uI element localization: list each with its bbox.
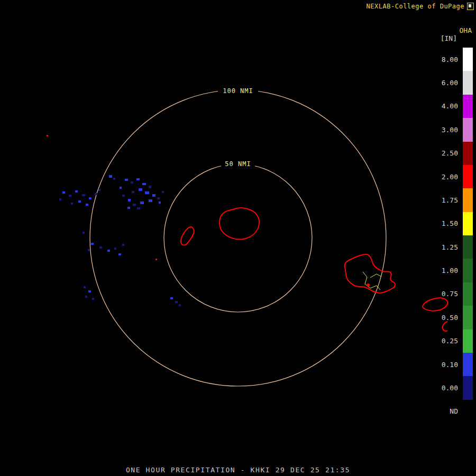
legend-color-cell [463,259,473,282]
legend-tick-label: 0.50 [433,306,458,329]
legend-color-cell [463,353,473,376]
range-ring-label-50nmi: 50 NMI [225,160,251,168]
precip-pixel [162,191,164,193]
legend-tick-label: 4.00 [433,95,458,118]
legend-tick-label: 1.75 [433,188,458,212]
legend-tick-label: 3.00 [433,118,458,141]
radar-screen: 100 NMI 50 NMI NEXLAB-College of DuPage … [0,0,476,476]
legend-color-cell [463,282,473,306]
precip-pixel [145,191,149,194]
legend-color-cell [463,95,473,118]
precip-pixel [128,199,131,202]
precip-pixel [175,301,178,303]
range-ring-label-100nmi: 100 NMI [223,87,253,95]
legend-color-cell [463,235,473,259]
precip-pixel [157,197,160,199]
precip-pixel [114,248,116,250]
product-code: OHA [460,26,472,34]
precip-pixel [88,249,90,251]
precip-pixel [122,244,124,246]
legend-tick-label: 1.50 [433,212,458,235]
legend-tick-label: 8.00 [433,48,458,71]
legend-color-cell [463,400,473,423]
precip-pixel [140,202,144,204]
product-caption: ONE HOUR PRECIPITATION - KHKI 29 DEC 25 … [0,466,476,474]
precip-pixel [118,253,121,255]
precip-pixel [179,304,181,306]
legend-tick-label: 0.10 [433,353,458,376]
legend-colorbar [463,48,473,423]
precip-pixel [75,190,78,193]
precip-pixel [133,204,136,206]
legend-color-cell [463,142,473,165]
precip-pixel [120,187,122,189]
precip-pixel [86,204,88,206]
precip-pixel [127,207,130,209]
cod-logo-icon [467,3,474,10]
legend-tick-label: 6.00 [433,71,458,94]
precip-pixel [131,181,133,184]
precip-pixel [170,297,173,299]
legend-color-cell [463,376,473,399]
legend-color-cell [463,118,473,141]
precip-pixel [136,178,140,180]
precip-pixel [83,232,85,234]
legend-color-cell [463,188,473,212]
precip-pixel [99,246,102,249]
precip-pixel [107,250,110,252]
radar-map: 100 NMI 50 NMI [0,0,476,476]
precip-pixel [69,195,71,197]
filled-coastline-spot [367,283,370,287]
island-oahu [345,254,395,293]
legend-color-cell [463,329,473,353]
legend-color-cell [463,165,473,188]
precip-pixel [78,200,81,203]
legend-tick-label: ND [433,400,458,423]
legend-tick-label: 0.00 [433,376,458,399]
legend-color-cell [463,48,473,71]
precip-pixel [84,286,86,288]
precip-pixel [59,198,61,200]
precip-pixel [92,298,94,300]
precip-pixel [132,191,134,193]
legend-tick-label: 2.50 [433,142,458,165]
precip-pixel [122,195,125,197]
precip-pixel [98,189,100,191]
precip-pixel [85,296,87,298]
precip-pixel [88,290,91,292]
precip-pixel [137,207,140,209]
precip-pixel [149,199,152,202]
range-ring-100nmi [90,90,386,386]
precip-pixel [139,188,142,191]
oahu-road-line [370,274,381,278]
precip-pixel [47,135,48,136]
precip-layer [47,135,181,306]
precip-pixel [142,183,146,185]
legend-tick-label: 1.25 [433,235,458,259]
product-units: [IN] [441,34,457,42]
legend-tick-label: 0.75 [433,282,458,306]
legend-color-cell [463,306,473,329]
precip-pixel [113,178,115,180]
brand: NEXLAB-College of DuPage [367,3,474,10]
precip-pixel [155,259,157,260]
legend-color-cell [463,71,473,94]
legend-labels: 8.006.004.003.002.502.001.751.501.251.00… [433,48,458,423]
island-niihau [181,227,194,245]
precip-pixel [109,175,112,178]
brand-title: NEXLAB-College of DuPage [367,3,464,10]
precip-pixel [91,243,94,245]
precip-pixel [152,194,155,197]
range-ring-50nmi [164,164,312,312]
precip-pixel [89,197,91,199]
precip-pixel [149,186,151,188]
legend-tick-label: 2.00 [433,165,458,188]
precip-pixel [95,193,97,195]
precip-pixel [125,179,128,181]
legend-color-cell [463,212,473,235]
legend: 8.006.004.003.002.502.001.751.501.251.00… [433,48,473,423]
legend-tick-label: 1.00 [433,259,458,282]
precip-pixel [82,194,85,196]
island-kauai [219,208,259,239]
legend-tick-label: 0.25 [433,329,458,353]
